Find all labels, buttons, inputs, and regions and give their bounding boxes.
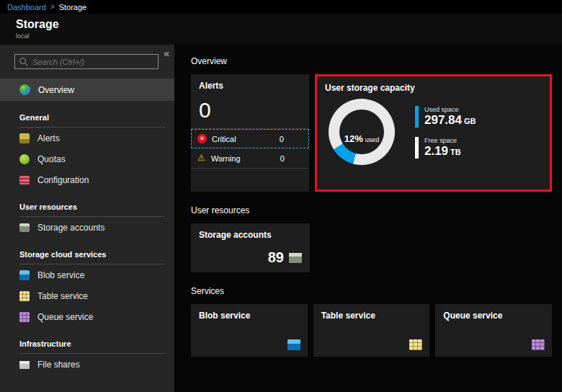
sidebar-group-infrastructure: Infrastructure File shares [0, 339, 174, 375]
critical-icon: × [197, 134, 207, 143]
blob-service-icon [287, 339, 300, 350]
section-heading-user-resources: User resources [191, 205, 552, 215]
page-title: Storage [16, 17, 562, 32]
legend-entry-free: Free space 2.19TB [415, 137, 476, 159]
blob-service-tile[interactable]: Blob service [191, 304, 308, 357]
storage-accounts-count: 89 [268, 249, 284, 266]
storage-accounts-tile-title: Storage accounts [191, 223, 310, 240]
sidebar-item-label: File shares [37, 360, 80, 370]
capacity-donut-center: 12% used [339, 110, 384, 154]
sidebar-item-file-shares[interactable]: File shares [0, 354, 174, 375]
sidebar-search [14, 54, 159, 69]
alert-row-label: Critical [212, 135, 236, 143]
sidebar-item-label: Overview [38, 85, 74, 95]
sidebar-item-storage-accounts[interactable]: Storage accounts [0, 217, 174, 238]
sidebar: « Overview General Alerts Quotas Configu… [0, 45, 175, 392]
sidebar-item-label: Alerts [37, 133, 60, 143]
sidebar-item-alerts[interactable]: Alerts [0, 128, 174, 148]
alert-row-count: 0 [280, 154, 303, 163]
storage-accounts-icon [289, 253, 302, 263]
alerts-total-count: 0 [191, 91, 309, 128]
alerts-tile[interactable]: Alerts 0 × Critical 0 ⚠ Warning 0 [191, 74, 309, 192]
table-service-tile-title: Table service [313, 304, 430, 321]
sidebar-item-configuration[interactable]: Configuration [0, 169, 174, 190]
table-service-icon [19, 291, 30, 301]
group-label-general: General [19, 113, 165, 128]
free-space-unit: TB [450, 148, 461, 156]
sidebar-item-label: Table service [37, 291, 88, 301]
sidebar-item-blob-service[interactable]: Blob service [0, 264, 174, 285]
alert-row-count: 0 [280, 135, 303, 143]
alerts-tile-title: Alerts [191, 74, 309, 91]
breadcrumb-current: Storage [59, 3, 87, 12]
free-space-value: 2.19 [424, 144, 448, 158]
sidebar-group-storage-cloud-services: Storage cloud services Blob service Tabl… [0, 250, 174, 327]
breadcrumb-separator: > [50, 3, 55, 11]
alert-row-label: Warning [211, 154, 241, 163]
alerts-icon [19, 133, 30, 143]
sidebar-item-label: Queue service [37, 312, 93, 322]
search-input[interactable] [14, 54, 159, 69]
queue-service-tile-title: Queue service [435, 304, 552, 321]
page-header: Storage local [0, 14, 562, 45]
alert-row-critical[interactable]: × Critical 0 [191, 129, 309, 148]
sidebar-item-label: Blob service [37, 270, 84, 280]
section-heading-overview: Overview [191, 56, 552, 66]
queue-service-tile[interactable]: Queue service [435, 304, 552, 357]
group-label-storage-cloud-services: Storage cloud services [19, 250, 165, 264]
page-subtitle: local [16, 32, 562, 40]
group-label-infrastructure: Infrastructure [19, 339, 165, 354]
sidebar-item-label: Quotas [37, 154, 66, 164]
section-heading-services: Services [191, 286, 552, 296]
donut-used-word: used [365, 136, 380, 143]
group-label-user-resources: User resources [19, 202, 165, 217]
table-service-tile[interactable]: Table service [313, 304, 430, 357]
search-icon [19, 58, 26, 64]
used-space-value: 297.84 [424, 113, 462, 127]
capacity-donut-chart: 12% used [329, 99, 395, 165]
sidebar-item-table-service[interactable]: Table service [0, 285, 174, 306]
sidebar-item-label: Storage accounts [37, 223, 104, 233]
alert-row-warning[interactable]: ⚠ Warning 0 [191, 148, 309, 168]
used-space-unit: GB [464, 117, 476, 125]
used-space-bar [415, 106, 419, 128]
table-service-icon [409, 339, 422, 350]
storage-accounts-icon [19, 223, 30, 232]
free-space-bar [415, 137, 419, 159]
storage-accounts-tile[interactable]: Storage accounts 89 [191, 223, 310, 272]
blob-service-icon [19, 270, 30, 280]
capacity-tile[interactable]: User storage capacity 12% used Used spac… [315, 74, 552, 192]
warning-icon: ⚠ [197, 153, 206, 163]
queue-service-icon [532, 339, 545, 350]
sidebar-item-overview[interactable]: Overview [0, 79, 174, 101]
file-shares-icon [19, 361, 30, 369]
capacity-legend: Used space 297.84GB Free space 2.19TB [415, 106, 476, 159]
sidebar-collapse-button[interactable]: « [164, 48, 169, 58]
legend-entry-used: Used space 297.84GB [415, 106, 476, 128]
blob-service-tile-title: Blob service [191, 304, 308, 321]
sidebar-group-user-resources: User resources Storage accounts [0, 202, 174, 238]
sidebar-item-label: Configuration [37, 175, 89, 185]
donut-percent-label: 12% [344, 134, 363, 143]
capacity-tile-title: User storage capacity [317, 76, 550, 93]
breadcrumb-link-dashboard[interactable]: Dashboard [7, 3, 46, 12]
quotas-icon [19, 154, 30, 164]
queue-service-icon [19, 312, 30, 322]
sidebar-group-general: General Alerts Quotas Configuration [0, 113, 174, 190]
globe-icon [19, 84, 30, 95]
configuration-icon [19, 176, 30, 184]
sidebar-item-quotas[interactable]: Quotas [0, 148, 174, 169]
divider [191, 168, 309, 169]
main-content: Overview Alerts 0 × Critical 0 ⚠ Warning… [175, 45, 562, 392]
breadcrumb: Dashboard > Storage [0, 0, 562, 14]
sidebar-item-queue-service[interactable]: Queue service [0, 306, 174, 327]
